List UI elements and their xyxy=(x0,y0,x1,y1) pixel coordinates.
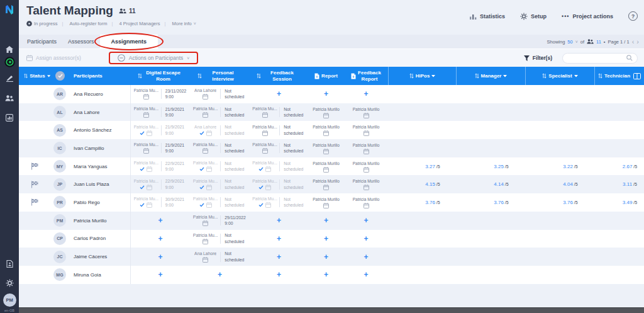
column-header-feedback-report[interactable]: Feedback Report xyxy=(344,67,388,85)
table-row[interactable]: PMPatricia Murillo+Patricia Mu...29/11/2… xyxy=(19,212,644,230)
feedback-session-cell[interactable]: Patricia Mu...Not scheduled xyxy=(250,103,308,122)
participant-cell[interactable]: PRPablo Rego xyxy=(50,193,130,212)
table-row[interactable]: ALAna LahorePatricia Mu...21/9/2021 9:00… xyxy=(19,103,644,122)
feedback-session-add-button[interactable]: + xyxy=(250,85,308,103)
feedback-session-cell[interactable]: Patricia Mu...Not scheduled xyxy=(250,157,308,176)
report-cell[interactable]: Patricia Murillo xyxy=(308,139,344,157)
report-cell[interactable]: Patricia Murillo xyxy=(308,121,344,139)
participant-cell[interactable]: JPJuan Luis Plaza xyxy=(50,175,130,193)
feedback-report-cell[interactable]: Patricia Murillo xyxy=(344,175,388,193)
report-add-button[interactable]: + xyxy=(308,266,344,284)
column-header-report[interactable]: Report xyxy=(308,67,344,85)
digital-escape-room-cell[interactable]: Patricia Mu...30/9/2021 9:00 xyxy=(130,193,190,212)
feedback-report-add-button[interactable]: + xyxy=(344,266,388,284)
personal-interview-cell[interactable]: Patricia Mu...Not scheduled xyxy=(190,139,250,157)
sidebar-item-edit[interactable] xyxy=(0,75,19,82)
personal-interview-cell[interactable]: Patricia Mu...Not scheduled xyxy=(190,175,250,193)
feedback-report-add-button[interactable]: + xyxy=(344,230,388,248)
sidebar-item-home[interactable] xyxy=(0,46,19,53)
report-cell[interactable]: Patricia Murillo xyxy=(308,157,344,176)
table-row[interactable]: MYMaría YanguasPatricia Mu...22/9/2021 9… xyxy=(19,157,644,176)
participant-cell[interactable]: JCJaime Cáceres xyxy=(50,248,130,266)
report-cell[interactable]: Patricia Murillo xyxy=(308,175,344,193)
table-row[interactable]: MGMiruna Goia+++++ xyxy=(19,266,644,284)
digital-escape-room-cell[interactable]: Patricia Mu...21/9/2021 9:00 xyxy=(130,103,190,122)
previous-page-button[interactable]: ‹ xyxy=(632,38,635,45)
participant-cell[interactable]: MYMaría Yanguas xyxy=(50,157,130,176)
table-row[interactable]: JCJaime Cáceres+Ana LahoreNot scheduled+… xyxy=(19,248,644,266)
participant-cell[interactable]: CPCarlos Padrón xyxy=(50,230,130,248)
sidebar-item-participants[interactable] xyxy=(0,95,19,101)
table-row[interactable]: ICIvan CampilloPatricia Mu...21/9/2021 9… xyxy=(19,139,644,157)
select-all-checkbox[interactable] xyxy=(55,71,65,81)
column-header-manager[interactable]: Manager xyxy=(456,67,525,85)
sidebar-item-reports[interactable] xyxy=(0,114,19,122)
digital-escape-room-add-button[interactable]: + xyxy=(130,212,190,230)
filters-button[interactable]: Filter(s) xyxy=(524,55,552,61)
column-settings-button[interactable] xyxy=(633,67,644,85)
feedback-session-cell[interactable]: Patricia Mu...Not scheduled xyxy=(250,121,308,139)
column-header-hipos[interactable]: HiPos xyxy=(388,67,456,85)
digital-escape-room-cell[interactable]: Patricia Mu...21/9/2021 9:00 xyxy=(130,139,190,157)
personal-interview-cell[interactable]: Ana LahoreNot scheduled xyxy=(190,121,250,139)
sidebar-item-active-project[interactable] xyxy=(0,57,19,67)
column-header-status[interactable]: Status xyxy=(19,67,50,85)
user-avatar-button[interactable]: PM xyxy=(0,293,19,307)
digital-escape-room-cell[interactable]: Patricia Mu...22/9/2021 9:00 xyxy=(130,157,190,176)
assign-assessors-button[interactable]: Assign assessor(s) xyxy=(26,55,81,61)
digital-escape-room-cell[interactable]: Patricia Mu...22/9/2021 9:00 xyxy=(130,175,190,193)
column-header-technician[interactable]: Technician xyxy=(594,67,633,85)
participant-cell[interactable]: ASAntonio Sánchez xyxy=(50,121,130,139)
feedback-session-cell[interactable]: Patricia Mu...Not scheduled xyxy=(250,193,308,212)
app-logo[interactable] xyxy=(0,3,19,16)
table-row[interactable]: CPCarlos Padrón+Patricia Mu...Not schedu… xyxy=(19,230,644,248)
column-header-digital-escape-room[interactable]: Digital Escape Room xyxy=(130,67,190,85)
tab-participants[interactable]: Participants xyxy=(21,35,62,48)
feedback-report-add-button[interactable]: + xyxy=(344,212,388,230)
personal-interview-cell[interactable]: Patricia Mu...Not scheduled xyxy=(190,193,250,212)
more-info-button[interactable]: More info ˅ xyxy=(160,21,196,26)
feedback-report-cell[interactable]: Patricia Murillo xyxy=(344,193,388,212)
page-size-select[interactable]: 50 xyxy=(567,39,572,45)
feedback-session-add-button[interactable]: + xyxy=(250,248,308,266)
column-header-feedback-session[interactable]: Feedback Session xyxy=(250,67,308,85)
digital-escape-room-add-button[interactable]: + xyxy=(130,230,190,248)
participant-cell[interactable]: ARAna Recuero xyxy=(50,85,130,103)
sidebar-item-documents[interactable] xyxy=(0,260,19,268)
feedback-session-add-button[interactable]: + xyxy=(250,230,308,248)
table-row[interactable]: ASAntonio SánchezPatricia Mu...21/9/2021… xyxy=(19,121,644,139)
personal-interview-cell[interactable]: Patricia Mu...Not scheduled xyxy=(190,230,250,248)
report-cell[interactable]: Patricia Murillo xyxy=(308,193,344,212)
personal-interview-cell[interactable]: Patricia Mu...29/11/2022 9:00 xyxy=(190,212,250,230)
table-row[interactable]: PRPablo RegoPatricia Mu...30/9/2021 9:00… xyxy=(19,193,644,212)
help-button[interactable]: ? xyxy=(628,11,638,21)
participant-cell[interactable]: ICIvan Campillo xyxy=(50,139,130,157)
sidebar-item-settings[interactable] xyxy=(0,279,19,287)
next-page-button[interactable]: › xyxy=(636,38,639,45)
feedback-session-add-button[interactable]: + xyxy=(250,212,308,230)
report-cell[interactable]: Patricia Murillo xyxy=(308,103,344,122)
setup-button[interactable]: Setup xyxy=(520,13,547,20)
actions-on-participants-button[interactable]: Actions on Participants ˅ xyxy=(118,54,190,62)
feedback-report-cell[interactable]: Patricia Murillo xyxy=(344,121,388,139)
digital-escape-room-cell[interactable]: Patricia Mu...21/9/2021 9:00 xyxy=(130,121,190,139)
participant-cell[interactable]: MGMiruna Goia xyxy=(50,266,130,284)
digital-escape-room-cell[interactable]: Patricia Mu...23/11/2022 9:00 xyxy=(130,85,190,103)
feedback-session-add-button[interactable]: + xyxy=(250,266,308,284)
report-add-button[interactable]: + xyxy=(308,85,344,103)
feedback-report-add-button[interactable]: + xyxy=(344,85,388,103)
horizontal-scrollbar[interactable] xyxy=(19,307,644,313)
column-header-personal-interview[interactable]: Personal Interview xyxy=(190,67,250,85)
feedback-report-cell[interactable]: Patricia Murillo xyxy=(344,157,388,176)
personal-interview-cell[interactable]: Ana LahoreNot scheduled xyxy=(190,85,250,103)
tab-assignments[interactable]: Assignments xyxy=(100,35,158,48)
feedback-session-cell[interactable]: Patricia Mu...Not scheduled xyxy=(250,175,308,193)
report-add-button[interactable]: + xyxy=(308,248,344,266)
project-actions-button[interactable]: ••• Project actions xyxy=(562,13,613,20)
statistics-button[interactable]: Statistics xyxy=(470,13,505,20)
digital-escape-room-add-button[interactable]: + xyxy=(130,248,190,266)
participant-cell[interactable]: PMPatricia Murillo xyxy=(50,212,130,230)
feedback-session-cell[interactable]: Patricia Mu...Not scheduled xyxy=(250,139,308,157)
personal-interview-cell[interactable]: Patricia Mu...Not scheduled xyxy=(190,103,250,122)
feedback-report-cell[interactable]: Patricia Murillo xyxy=(344,103,388,122)
